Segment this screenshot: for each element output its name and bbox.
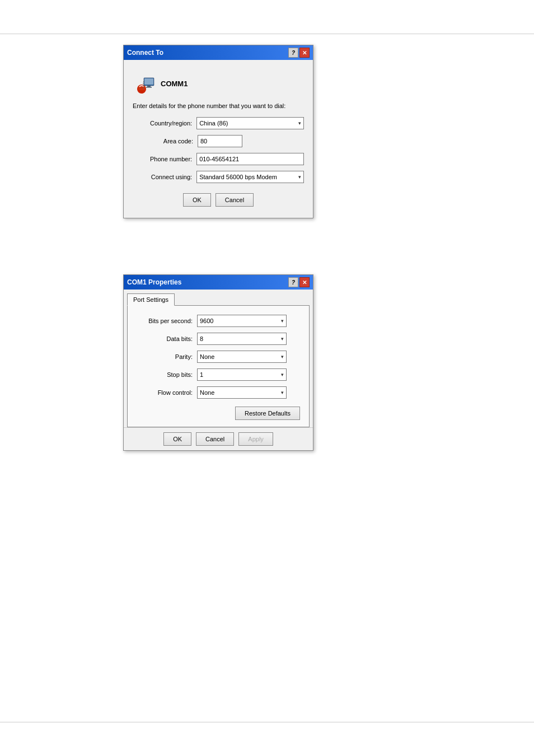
com1-ok-button[interactable]: OK — [163, 432, 191, 446]
parity-arrow-icon: ▾ — [281, 354, 284, 360]
area-label: Area code: — [133, 138, 193, 144]
titlebar-left: Connect To — [127, 49, 163, 57]
connect-description: Enter details for the phone number that … — [133, 102, 304, 109]
area-row: Area code: — [133, 135, 304, 147]
titlebar-controls: ? ✕ — [288, 48, 310, 58]
com1-tab-bar: Port Settings — [124, 290, 313, 305]
connect-using-row: Connect using: Standard 56000 bps Modem … — [133, 171, 304, 183]
parity-label: Parity: — [137, 353, 193, 360]
country-select[interactable]: China (86) ▾ — [196, 117, 304, 129]
country-row: Country/region: China (86) ▾ — [133, 117, 304, 129]
com1-title: COM1 Properties — [127, 278, 181, 286]
parity-row: Parity: None ▾ — [137, 351, 300, 363]
databits-row: Data bits: 8 ▾ — [137, 333, 300, 345]
com1-properties-dialog: COM1 Properties ? ✕ Port Settings Bits p… — [123, 274, 313, 451]
connect-using-arrow-icon: ▾ — [298, 174, 301, 180]
bottom-divider — [0, 722, 534, 722]
bps-label: Bits per second: — [137, 318, 193, 324]
databits-select[interactable]: 8 ▾ — [197, 333, 287, 345]
phone-input[interactable] — [196, 153, 304, 165]
svg-rect-3 — [144, 78, 153, 85]
stopbits-select[interactable]: 1 ▾ — [197, 368, 287, 381]
country-arrow-icon: ▾ — [298, 120, 301, 126]
stopbits-arrow-icon: ▾ — [281, 372, 284, 377]
com1-apply-button[interactable]: Apply — [238, 432, 273, 446]
connect-to-content: COMM1 Enter details for the phone number… — [124, 60, 313, 218]
connect-using-select[interactable]: Standard 56000 bps Modem ▾ — [196, 171, 304, 183]
parity-select[interactable]: None ▾ — [197, 351, 287, 363]
phone-label: Phone number: — [133, 156, 192, 162]
connect-using-label: Connect using: — [133, 174, 192, 180]
phone-row: Phone number: — [133, 153, 304, 165]
top-divider — [0, 34, 534, 34]
flow-arrow-icon: ▾ — [281, 390, 284, 395]
connect-buttons-row: OK Cancel — [133, 189, 304, 211]
svg-rect-4 — [147, 86, 151, 87]
com1-bottom-bar: OK Cancel Apply — [124, 427, 313, 450]
comm-label: COMM1 — [161, 80, 188, 88]
databits-arrow-icon: ▾ — [281, 336, 284, 342]
connect-ok-button[interactable]: OK — [183, 193, 211, 207]
bps-select[interactable]: 9600 ▾ — [197, 315, 287, 327]
bps-row: Bits per second: 9600 ▾ — [137, 315, 300, 327]
com1-cancel-button[interactable]: Cancel — [196, 432, 234, 446]
connect-to-dialog: Connect To ? ✕ — [123, 45, 313, 218]
restore-defaults-button[interactable]: Restore Defaults — [235, 407, 300, 420]
port-settings-tab[interactable]: Port Settings — [127, 293, 175, 306]
comm-icon-row: COMM1 — [136, 73, 304, 94]
flow-row: Flow control: None ▾ — [137, 386, 300, 399]
help-button[interactable]: ? — [288, 48, 298, 58]
stopbits-row: Stop bits: 1 ▾ — [137, 368, 300, 381]
svg-rect-5 — [146, 87, 152, 88]
com1-titlebar: COM1 Properties ? ✕ — [124, 275, 313, 290]
comm-icon — [136, 73, 156, 94]
com1-titlebar-controls: ? ✕ — [288, 277, 310, 287]
area-input[interactable] — [198, 135, 242, 147]
flow-select[interactable]: None ▾ — [197, 386, 287, 399]
connect-cancel-button[interactable]: Cancel — [216, 193, 254, 207]
port-settings-content: Bits per second: 9600 ▾ Data bits: 8 ▾ P… — [127, 305, 310, 427]
connect-to-title: Connect To — [127, 49, 163, 57]
close-button[interactable]: ✕ — [299, 48, 310, 58]
country-label: Country/region: — [133, 120, 192, 127]
connect-to-titlebar: Connect To ? ✕ — [124, 45, 313, 60]
stopbits-label: Stop bits: — [137, 371, 193, 378]
com1-close-button[interactable]: ✕ — [299, 277, 310, 287]
restore-defaults-row: Restore Defaults — [137, 407, 300, 420]
com1-help-button[interactable]: ? — [288, 277, 298, 287]
com1-titlebar-left: COM1 Properties — [127, 278, 181, 286]
databits-label: Data bits: — [137, 335, 193, 342]
bps-arrow-icon: ▾ — [281, 318, 284, 324]
flow-label: Flow control: — [137, 389, 193, 396]
